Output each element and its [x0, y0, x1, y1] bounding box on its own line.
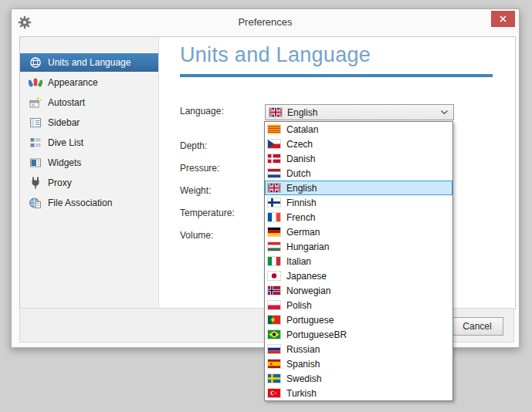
sidebar-item-autostart[interactable]: Autostart — [20, 93, 158, 112]
sidebar-nav: Units and LanguageAppearanceAutostartSid… — [20, 37, 159, 309]
globe-icon — [29, 56, 42, 69]
flag-nl-icon — [268, 169, 280, 177]
language-option-german[interactable]: German — [265, 225, 452, 239]
language-option-label: Polish — [286, 300, 312, 311]
language-option-label: PortugueseBR — [286, 329, 347, 340]
flag-pl-icon — [268, 301, 280, 309]
flag-se-icon — [268, 374, 280, 383]
flag-cz-icon — [268, 140, 280, 148]
field-label-temperature: Temperature: — [180, 208, 235, 218]
language-option-label: Dutch — [286, 168, 310, 179]
language-option-norwegian[interactable]: Norwegian — [265, 283, 452, 298]
language-option-dutch[interactable]: Dutch — [265, 166, 452, 181]
sidebar-item-label: Appearance — [48, 77, 98, 88]
sidebar-item-label: Proxy — [48, 177, 72, 188]
language-option-finnish[interactable]: Finnish — [265, 195, 452, 210]
sidebar-item-widgets[interactable]: Widgets — [20, 154, 158, 172]
language-option-label: Japanese — [286, 271, 327, 282]
language-option-label: Norwegian — [286, 285, 330, 296]
language-option-label: Spanish — [286, 359, 320, 370]
heading-underline — [180, 74, 493, 77]
language-option-portuguese[interactable]: Portuguese — [265, 312, 452, 327]
language-option-label: Turkish — [286, 388, 317, 399]
plug-icon — [29, 176, 42, 190]
page-title: Units and Language — [180, 43, 371, 67]
flag-fr-icon — [268, 213, 280, 221]
field-label-weight: Weight: — [180, 185, 211, 196]
language-option-italian[interactable]: Italian — [265, 254, 452, 268]
sidebar-item-proxy[interactable]: Proxy — [20, 174, 158, 192]
field-label-language: Language: — [180, 106, 224, 117]
flag-de-icon — [268, 228, 280, 236]
language-option-label: English — [286, 183, 317, 194]
flag-tr-icon — [268, 389, 280, 397]
chevron-down-icon — [440, 110, 449, 115]
language-option-label: Portuguese — [286, 315, 334, 326]
language-option-label: Czech — [286, 139, 313, 150]
sidebar-item-appearance[interactable]: Appearance — [20, 73, 158, 92]
language-option-japanese[interactable]: Japanese — [265, 268, 452, 283]
language-option-portuguesebr[interactable]: PortugueseBR — [265, 327, 452, 342]
language-option-label: German — [286, 227, 320, 238]
flag-fi-icon — [268, 198, 280, 207]
flag-hu-icon — [268, 242, 280, 251]
sidebar-panel-icon — [29, 116, 42, 130]
field-label-volume: Volume: — [180, 230, 213, 241]
appearance-fan-icon — [29, 76, 42, 89]
sidebar-item-label: File Association — [48, 198, 112, 208]
language-option-polish[interactable]: Polish — [265, 298, 452, 312]
sidebar-item-sidebar[interactable]: Sidebar — [20, 113, 158, 132]
language-option-spanish[interactable]: Spanish — [265, 356, 452, 371]
cancel-button[interactable]: Cancel — [451, 317, 503, 336]
field-label-pressure: Pressure: — [180, 163, 219, 174]
sidebar-item-label: Dive List — [48, 137, 83, 148]
close-button[interactable] — [491, 11, 515, 27]
language-option-english[interactable]: English — [265, 181, 452, 195]
language-option-hungarian[interactable]: Hungarian — [265, 239, 452, 254]
language-option-label: Finnish — [286, 198, 317, 208]
language-option-label: Swedish — [286, 373, 321, 384]
widgets-icon — [29, 156, 42, 170]
flag-jp-icon — [268, 272, 280, 280]
flag-no-icon — [268, 286, 280, 295]
language-option-label: Russian — [286, 344, 320, 355]
desktop-background: Preferences Units and LanguageAppearance… — [0, 0, 532, 412]
window-title: Preferences — [12, 9, 519, 35]
flag-gb-icon — [269, 108, 282, 117]
titlebar[interactable]: Preferences — [12, 9, 519, 35]
sidebar-item-label: Units and Language — [48, 57, 130, 68]
language-option-label: Italian — [286, 256, 311, 267]
language-option-catalan[interactable]: Catalan — [265, 122, 452, 137]
field-label-depth: Depth: — [180, 140, 207, 151]
language-option-danish[interactable]: Danish — [265, 151, 452, 166]
language-select-value: English — [287, 107, 317, 118]
flag-es-icon — [268, 360, 280, 368]
flag-ru-icon — [268, 345, 280, 353]
autostart-window-icon — [29, 96, 42, 110]
language-option-label: Danish — [286, 154, 315, 164]
dive-list-icon — [29, 136, 42, 150]
sidebar-item-label: Widgets — [48, 157, 81, 168]
flag-gb-icon — [268, 184, 280, 192]
language-option-czech[interactable]: Czech — [265, 137, 452, 151]
sidebar-item-file-association[interactable]: File Association — [20, 194, 158, 212]
sidebar-item-dive-list[interactable]: Dive List — [20, 133, 158, 152]
file-association-globe-icon — [29, 196, 42, 210]
language-option-label: Hungarian — [286, 241, 329, 252]
sidebar-item-units-and-language[interactable]: Units and Language — [20, 53, 158, 72]
flag-pt-icon — [268, 316, 280, 324]
language-dropdown-list: CatalanCzechDanishDutchEnglishFinnishFre… — [264, 121, 453, 401]
flag-catalonia-icon — [268, 125, 280, 133]
close-icon — [500, 15, 507, 22]
flag-br-icon — [268, 330, 280, 339]
sidebar-item-label: Autostart — [48, 97, 85, 108]
language-select[interactable]: English — [265, 104, 454, 120]
language-option-french[interactable]: French — [265, 210, 452, 225]
language-option-turkish[interactable]: Turkish — [265, 386, 452, 400]
language-option-label: Catalan — [286, 124, 318, 135]
language-option-label: French — [286, 212, 315, 223]
language-option-russian[interactable]: Russian — [265, 342, 452, 356]
sidebar-item-label: Sidebar — [48, 117, 80, 128]
language-option-swedish[interactable]: Swedish — [265, 371, 452, 386]
flag-it-icon — [268, 257, 280, 265]
